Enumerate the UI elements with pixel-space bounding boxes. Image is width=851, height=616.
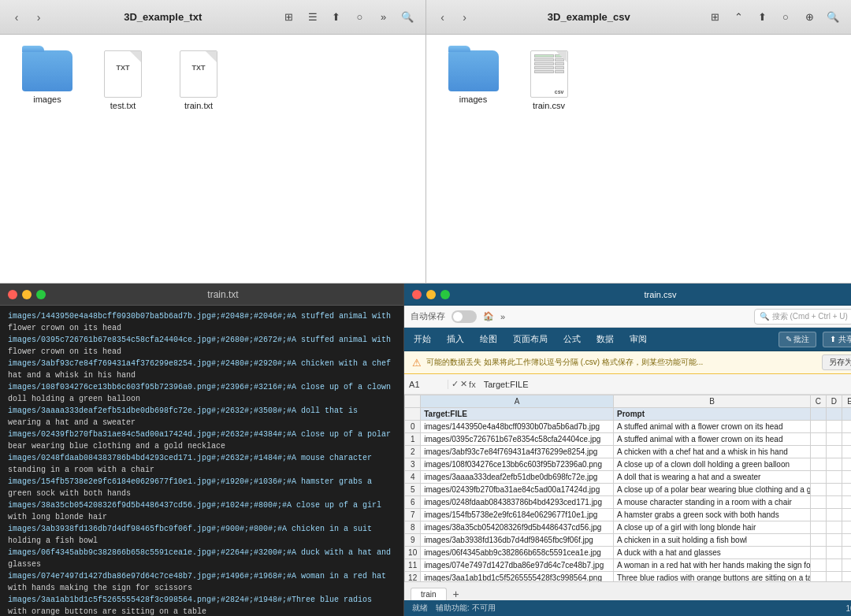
table-cell-9-0[interactable]: images/3ab3938fd136db7d4df98465fbc9f06f.…: [421, 534, 614, 547]
table-cell-11-2[interactable]: [810, 559, 826, 572]
table-cell-12-2[interactable]: [810, 572, 826, 582]
table-cell-7-1[interactable]: A hamster grabs a green sock with both h…: [613, 509, 810, 521]
table-cell-6-3[interactable]: [826, 496, 842, 509]
table-cell-11-4[interactable]: [842, 559, 851, 572]
col-header-e[interactable]: E: [842, 395, 851, 408]
sheet-tab-train[interactable]: train: [411, 588, 446, 600]
table-cell-10-4[interactable]: [842, 547, 851, 559]
table-cell-11-0[interactable]: images/074e7497d1427dba86e97d64c7ce48b7.…: [421, 559, 614, 572]
forward-button-right[interactable]: ›: [456, 9, 474, 26]
table-cell-1-1[interactable]: A stuffed animal with a flower crown on …: [613, 433, 810, 446]
header-cell-1[interactable]: Prompt: [613, 408, 810, 421]
file-item-images-right[interactable]: images: [442, 50, 505, 110]
file-item-test-txt[interactable]: TXT test.txt: [91, 50, 154, 110]
search-box[interactable]: 🔍 搜索 (Cmd + Ctrl + U): [754, 309, 851, 325]
table-cell-9-2[interactable]: [810, 534, 826, 547]
header-cell-3[interactable]: [826, 408, 842, 421]
col-header-d[interactable]: D: [826, 395, 842, 408]
table-cell-8-2[interactable]: [810, 521, 826, 534]
table-cell-5-4[interactable]: [842, 484, 851, 496]
table-cell-8-3[interactable]: [826, 521, 842, 534]
header-cell-4[interactable]: [842, 408, 851, 421]
table-cell-6-0[interactable]: images/0248fdaab084383786b4bd4293ced171.…: [421, 496, 614, 509]
menu-layout[interactable]: 页面布局: [510, 332, 551, 347]
table-cell-12-1[interactable]: Three blue radios with orange buttons ar…: [613, 572, 810, 582]
more-button-right[interactable]: ⊕: [799, 7, 819, 28]
table-cell-3-2[interactable]: [810, 458, 826, 471]
table-cell-4-1[interactable]: A doll that is wearing a hat and a sweat…: [613, 471, 810, 484]
col-header-c[interactable]: C: [810, 395, 826, 408]
table-cell-8-4[interactable]: [842, 521, 851, 534]
table-cell-3-1[interactable]: A close up of a clown doll holding a gre…: [613, 458, 810, 471]
file-item-images-left[interactable]: images: [16, 50, 79, 110]
share-button-right[interactable]: ⬆: [752, 7, 772, 28]
table-cell-9-3[interactable]: [826, 534, 842, 547]
table-cell-5-0[interactable]: images/02439fb270fba31ae84c5ad00a17424d.…: [421, 484, 614, 496]
search-button[interactable]: 🔍: [397, 7, 418, 28]
table-cell-6-1[interactable]: A mouse character standing in a room wit…: [613, 496, 810, 509]
search-button-right[interactable]: 🔍: [823, 7, 843, 28]
table-cell-3-4[interactable]: [842, 458, 851, 471]
table-cell-7-2[interactable]: [810, 509, 826, 521]
table-cell-2-1[interactable]: A chicken with a chef hat and a whisk in…: [613, 446, 810, 458]
table-cell-4-0[interactable]: images/3aaaa333deaf2efb51dbe0db698fc72e.…: [421, 471, 614, 484]
menu-insert[interactable]: 插入: [444, 332, 467, 347]
table-cell-3-0[interactable]: images/108f034276ce13bb6c603f95b72396a0.…: [421, 458, 614, 471]
maximize-button[interactable]: [36, 290, 46, 299]
bookmark-button[interactable]: ○: [350, 7, 370, 28]
menu-start[interactable]: 开始: [411, 332, 434, 347]
table-cell-2-4[interactable]: [842, 446, 851, 458]
comment-button[interactable]: ✎ 批注: [779, 332, 817, 347]
table-cell-0-2[interactable]: [810, 421, 826, 433]
table-cell-4-3[interactable]: [826, 471, 842, 484]
col-header-b[interactable]: B: [613, 395, 810, 408]
txt-content[interactable]: images/1443950e4a48bcff0930b07ba5b6ad7b.…: [0, 306, 403, 616]
header-cell-0[interactable]: Target:FILE: [421, 408, 614, 421]
share-button-excel[interactable]: ⬆ 共享 ▾: [823, 332, 851, 347]
table-cell-7-0[interactable]: images/154fb5738e2e9fc6184e0629677f10e1.…: [421, 509, 614, 521]
table-cell-2-3[interactable]: [826, 446, 842, 458]
view-grid-button[interactable]: ⊞: [279, 7, 299, 28]
table-cell-10-0[interactable]: images/06f4345abb9c382866b658c5591cea1e.…: [421, 547, 614, 559]
col-header-a[interactable]: A: [421, 395, 614, 408]
menu-data[interactable]: 数据: [593, 332, 617, 347]
table-cell-1-4[interactable]: [842, 433, 851, 446]
table-cell-4-4[interactable]: [842, 471, 851, 484]
table-cell-9-4[interactable]: [842, 534, 851, 547]
table-cell-10-2[interactable]: [810, 547, 826, 559]
file-item-train-txt[interactable]: TXT train.txt: [167, 50, 230, 110]
save-as-button[interactable]: 另存为...: [822, 354, 851, 370]
table-cell-8-0[interactable]: images/38a35cb054208326f9d5b4486437cd56.…: [421, 521, 614, 534]
view-list-button[interactable]: ☰: [303, 7, 323, 28]
table-cell-10-3[interactable]: [826, 547, 842, 559]
file-item-train-csv[interactable]: csv train.csv: [518, 50, 581, 110]
view-options-right[interactable]: ⌃: [728, 7, 749, 28]
table-cell-0-3[interactable]: [826, 421, 842, 433]
table-cell-6-4[interactable]: [842, 496, 851, 509]
menu-draw[interactable]: 绘图: [477, 332, 500, 347]
table-cell-9-1[interactable]: A chicken in a suit holding a fish bowl: [613, 534, 810, 547]
table-cell-11-3[interactable]: [826, 559, 842, 572]
excel-maximize-button[interactable]: [440, 290, 450, 299]
view-grid-button-right[interactable]: ⊞: [704, 7, 725, 28]
table-cell-12-0[interactable]: images/3aa1ab1bd1c5f5265555428f3c998564.…: [421, 572, 614, 582]
menu-review[interactable]: 审阅: [626, 332, 650, 347]
excel-close-button[interactable]: [412, 290, 422, 299]
table-cell-0-0[interactable]: images/1443950e4a48bcff0930b07ba5b6ad7b.…: [421, 421, 614, 433]
table-cell-12-4[interactable]: [842, 572, 851, 582]
back-button[interactable]: ‹: [8, 9, 25, 26]
back-button-right[interactable]: ‹: [434, 9, 452, 26]
table-cell-7-4[interactable]: [842, 509, 851, 521]
table-cell-3-3[interactable]: [826, 458, 842, 471]
table-cell-0-1[interactable]: A stuffed animal with a flower crown on …: [613, 421, 810, 433]
add-sheet-button[interactable]: +: [453, 588, 459, 600]
forward-button[interactable]: ›: [30, 9, 47, 26]
minimize-button[interactable]: [22, 290, 32, 299]
bookmark-button-right[interactable]: ○: [775, 7, 796, 28]
excel-minimize-button[interactable]: [426, 290, 436, 299]
table-cell-1-3[interactable]: [826, 433, 842, 446]
table-cell-7-3[interactable]: [826, 509, 842, 521]
table-cell-1-0[interactable]: images/0395c726761b67e8354c58cfa24404ce.…: [421, 433, 614, 446]
table-cell-5-3[interactable]: [826, 484, 842, 496]
close-button[interactable]: [8, 290, 17, 299]
